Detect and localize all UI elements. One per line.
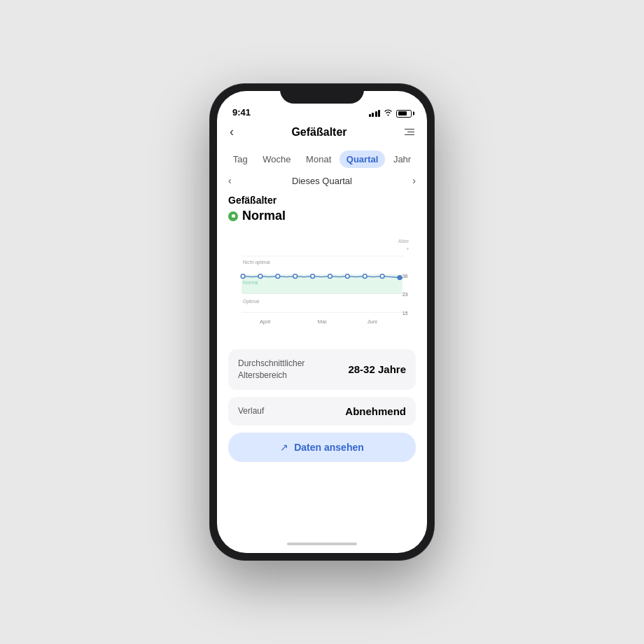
status-time: 9:41 — [232, 107, 251, 118]
zone-optimal: Optimal — [243, 299, 260, 304]
chart-val-36: 36 — [402, 274, 408, 279]
quarter-label: Dieses Quartal — [292, 176, 352, 186]
chart-point-4 — [293, 274, 298, 279]
back-button[interactable]: ‹ — [230, 125, 234, 139]
status-row: Normal — [228, 209, 416, 223]
chart-y-title: Alter — [398, 238, 410, 244]
period-tabs: Tag Woche Monat Quartal Jahr — [217, 146, 427, 172]
stats-value-verlauf: Abnehmend — [345, 405, 406, 417]
home-indicator — [217, 535, 427, 553]
menu-icon-line2 — [407, 132, 414, 133]
stats-card-altersbereich: DurchschnittlicherAltersbereich 28-32 Ja… — [228, 349, 416, 390]
chart-point-7 — [346, 274, 350, 279]
chart-point-8 — [363, 274, 367, 279]
zone-nicht-optimal: Nicht optimal — [243, 260, 270, 265]
stats-label-verlauf: Verlauf — [238, 405, 264, 417]
status-text: Normal — [242, 209, 286, 223]
signal-icon — [369, 110, 381, 117]
chart-point-5 — [311, 274, 315, 279]
prev-quarter-button[interactable]: ‹ — [228, 175, 232, 186]
chart-point-1 — [241, 274, 245, 279]
chart-container: Alter + Nicht optimal Normal Optimal 36 … — [228, 230, 416, 342]
data-button-label: Daten ansehen — [294, 442, 364, 453]
quarter-nav: ‹ Dieses Quartal › — [217, 172, 427, 190]
chart-val-15: 15 — [402, 311, 408, 316]
stats-value-altersbereich: 28-32 Jahre — [348, 363, 406, 375]
section-header: Gefäßalter Normal — [228, 195, 416, 223]
chart-month-april: April — [260, 318, 271, 325]
home-bar — [287, 542, 357, 545]
menu-icon-line1 — [405, 129, 414, 130]
chart-val-23: 23 — [402, 292, 408, 297]
chart-plus-sign: + — [407, 246, 410, 251]
chart-month-mai: Mai — [318, 318, 327, 325]
stats-label-altersbereich: DurchschnittlicherAltersbereich — [238, 358, 304, 382]
phone-frame: 9:41 — [210, 84, 434, 560]
status-icons — [369, 109, 412, 118]
chart-point-last — [398, 276, 402, 280]
tab-tag[interactable]: Tag — [226, 150, 255, 168]
next-quarter-button[interactable]: › — [412, 175, 416, 186]
chart-point-3 — [276, 274, 280, 279]
tab-woche[interactable]: Woche — [255, 150, 298, 168]
tab-quartal[interactable]: Quartal — [340, 150, 386, 168]
menu-icon-line3 — [405, 134, 414, 136]
notch — [280, 84, 364, 104]
section-title: Gefäßalter — [228, 195, 416, 206]
data-button[interactable]: ↗ Daten ansehen — [228, 433, 416, 462]
phone-screen: 9:41 — [217, 91, 427, 553]
page-title: Gefäßalter — [291, 126, 346, 139]
nav-header: ‹ Gefäßalter — [217, 122, 427, 146]
chart-point-2 — [258, 274, 262, 279]
content-area: Gefäßalter Normal Alter + — [217, 190, 427, 535]
tab-jahr[interactable]: Jahr — [386, 150, 418, 168]
chart-point-9 — [380, 274, 384, 279]
tab-monat[interactable]: Monat — [299, 150, 338, 168]
status-dot — [228, 211, 238, 221]
battery-icon — [396, 110, 412, 118]
chart-month-juni: Juni — [368, 318, 377, 325]
wifi-icon — [384, 109, 393, 118]
chart-point-6 — [328, 274, 332, 279]
menu-button[interactable] — [405, 129, 414, 136]
data-button-icon: ↗ — [280, 442, 288, 453]
chart-normal-zone — [241, 275, 402, 294]
stats-card-verlauf: Verlauf Abnehmend — [228, 397, 416, 426]
chart-svg: Alter + Nicht optimal Normal Optimal 36 … — [228, 230, 416, 342]
